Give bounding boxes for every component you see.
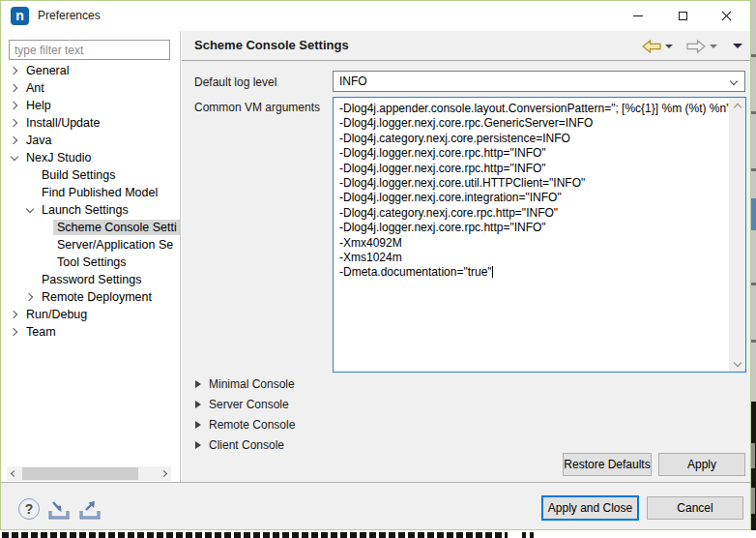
tree-item-label: Help <box>22 98 55 113</box>
back-history-dropdown-icon[interactable] <box>665 45 673 48</box>
import-preferences-icon[interactable] <box>47 500 73 522</box>
scroll-up-icon[interactable] <box>729 98 745 113</box>
section-server-console[interactable]: Server Console <box>195 394 295 414</box>
chevron-down-icon[interactable] <box>7 157 22 160</box>
tree-item-help[interactable]: Help <box>1 97 180 114</box>
section-label: Minimal Console <box>209 377 295 391</box>
text-caret <box>492 266 493 278</box>
tree-item-label: NexJ Studio <box>22 150 95 165</box>
vm-argument-line: -Dlog4j.appender.console.layout.Conversi… <box>339 102 729 116</box>
tree-item-label: Remote Deployment <box>38 289 156 305</box>
settings-header: Scheme Console Settings <box>182 31 750 61</box>
maximize-button[interactable] <box>660 1 705 31</box>
tree-item-label: General <box>22 63 73 78</box>
triangle-right-icon <box>195 401 201 408</box>
tree-item-general[interactable]: General <box>1 62 180 79</box>
vm-argument-line: -Dlog4j.logger.nexj.core.rpc.GenericServ… <box>339 116 729 131</box>
section-client-console[interactable]: Client Console <box>195 434 295 455</box>
tree-item-password-settings[interactable]: Password Settings <box>1 271 180 288</box>
scroll-left-icon[interactable] <box>7 471 21 476</box>
triangle-right-icon <box>195 421 201 429</box>
vm-argument-line: -Xms1024m <box>339 251 729 265</box>
minimize-icon <box>633 15 643 16</box>
section-remote-console[interactable]: Remote Console <box>195 414 295 434</box>
back-arrow-icon[interactable] <box>642 40 661 53</box>
chevron-right-icon[interactable] <box>7 329 22 335</box>
title-bar[interactable]: n Preferences <box>1 1 750 31</box>
tree-item-label: Ant <box>22 80 48 96</box>
apply-button[interactable]: Apply <box>658 453 745 476</box>
chevron-down-icon <box>730 77 738 85</box>
restore-defaults-button[interactable]: Restore Defaults <box>563 453 652 476</box>
chevron-right-icon[interactable] <box>22 294 38 300</box>
log-level-combo[interactable]: INFO <box>333 71 745 92</box>
tree-item-label: Server/Application Se <box>53 237 177 253</box>
history-navigation <box>642 31 742 61</box>
chevron-right-icon[interactable] <box>7 137 22 143</box>
scroll-right-icon[interactable] <box>157 471 171 476</box>
filter-input[interactable] <box>9 40 170 60</box>
section-label: Remote Console <box>209 418 295 432</box>
vm-arguments-textarea[interactable]: -Dlog4j.appender.console.layout.Conversi… <box>333 97 746 373</box>
tree-item-install-update[interactable]: Install/Update <box>1 114 180 132</box>
vm-vertical-scrollbar[interactable] <box>729 98 745 372</box>
vm-argument-line: -Dlog4j.logger.nexj.core.rpc.http="INFO" <box>339 221 729 235</box>
triangle-right-icon <box>195 441 201 449</box>
tree-item-label: Launch Settings <box>38 202 132 218</box>
view-menu-icon[interactable] <box>733 44 742 48</box>
vm-argument-line: -Dlog4j.category.nexj.core.persistence=I… <box>339 132 729 146</box>
minimize-button[interactable] <box>616 1 660 31</box>
cancel-button[interactable]: Cancel <box>647 496 743 520</box>
tree-item-label: Install/Update <box>22 115 103 131</box>
tree-item-label: Java <box>22 133 55 148</box>
tree-item-label: Find Published Model <box>38 185 161 200</box>
section-label: Client Console <box>209 438 284 452</box>
settings-panel: Default log level INFO Common VM argumen… <box>182 61 750 482</box>
tree-item-build-settings[interactable]: Build Settings <box>1 166 180 184</box>
tree-item-java[interactable]: Java <box>1 132 180 149</box>
tree-horizontal-scrollbar[interactable] <box>7 466 171 481</box>
tree-item-tool-settings[interactable]: Tool Settings <box>1 254 180 271</box>
preferences-dialog-screenshot: n Preferences GeneralAntHelpInstall/Upda… <box>0 0 756 538</box>
log-level-label: Default log level <box>194 75 276 89</box>
apply-and-close-button[interactable]: Apply and Close <box>541 495 639 521</box>
forward-history-dropdown-icon[interactable] <box>710 45 717 48</box>
vm-argument-line: -Dlog4j.logger.nexj.core.util.HTTPClient… <box>339 176 729 191</box>
tree-item-scheme-console-setti[interactable]: Scheme Console Setti <box>1 219 180 236</box>
chevron-right-icon[interactable] <box>7 120 22 126</box>
help-icon[interactable]: ? <box>18 498 40 520</box>
vm-arguments-label: Common VM arguments <box>194 101 320 114</box>
forward-arrow-icon[interactable] <box>686 40 706 53</box>
dialog-footer: ? Apply and Close Cancel <box>1 482 750 529</box>
vm-argument-line: -Dlog4j.logger.nexj.core.rpc.http="INFO" <box>339 146 729 161</box>
preferences-tree: GeneralAntHelpInstall/UpdateJavaNexJ Stu… <box>1 62 180 341</box>
tree-item-label: Password Settings <box>38 272 146 287</box>
tree-item-server-application-se[interactable]: Server/Application Se <box>1 236 180 254</box>
tree-item-label: Run/Debug <box>22 307 91 322</box>
tree-item-ant[interactable]: Ant <box>1 79 180 97</box>
tree-item-team[interactable]: Team <box>1 323 180 341</box>
chevron-right-icon[interactable] <box>7 85 22 91</box>
preferences-dialog: n Preferences GeneralAntHelpInstall/Upda… <box>0 0 751 530</box>
chevron-right-icon[interactable] <box>7 312 22 317</box>
chevron-right-icon[interactable] <box>7 68 22 74</box>
close-button[interactable] <box>704 1 748 31</box>
vm-argument-line: -Dlog4j.category.nexj.core.rpc.http="INF… <box>339 206 729 221</box>
tree-item-launch-settings[interactable]: Launch Settings <box>1 201 180 219</box>
tree-item-find-published-model[interactable]: Find Published Model <box>1 184 180 201</box>
vm-argument-line: -Dlog4j.logger.nexj.core.rpc.http="INFO" <box>339 162 729 176</box>
tree-item-nexj-studio[interactable]: NexJ Studio <box>1 149 180 166</box>
sidebar: GeneralAntHelpInstall/UpdateJavaNexJ Stu… <box>1 31 181 482</box>
scroll-down-icon[interactable] <box>729 356 745 372</box>
tree-item-remote-deployment[interactable]: Remote Deployment <box>1 288 180 306</box>
tree-item-label: Tool Settings <box>53 254 131 270</box>
export-preferences-icon[interactable] <box>78 500 103 522</box>
tree-item-run-debug[interactable]: Run/Debug <box>1 306 180 323</box>
close-icon <box>720 11 732 22</box>
section-minimal-console[interactable]: Minimal Console <box>195 374 295 394</box>
window-title: Preferences <box>38 9 101 22</box>
chevron-right-icon[interactable] <box>7 103 22 108</box>
maximize-icon <box>679 12 687 20</box>
chevron-down-icon[interactable] <box>22 209 38 212</box>
scrollbar-thumb[interactable] <box>22 467 138 480</box>
